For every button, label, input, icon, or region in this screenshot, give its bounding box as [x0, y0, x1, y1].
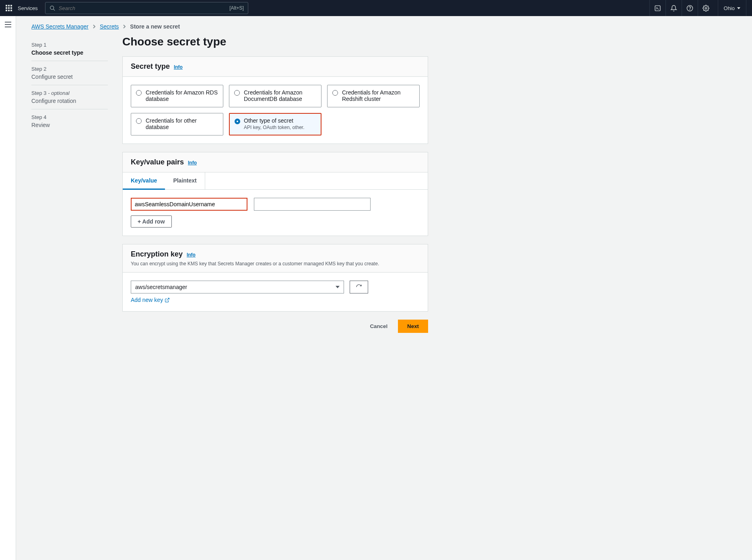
services-label[interactable]: Services [18, 5, 38, 11]
search-shortcut: [Alt+S] [229, 5, 244, 11]
radio-icon [332, 90, 338, 96]
step-number: Step 4 [31, 114, 108, 120]
tile-title: Credentials for Amazon Redshift cluster [342, 89, 414, 102]
tile-title: Credentials for other database [146, 117, 218, 130]
chevron-down-icon [737, 7, 740, 9]
search-icon [49, 5, 56, 11]
region-label: Ohio [724, 5, 735, 11]
tile-other-db[interactable]: Credentials for other database [131, 113, 223, 135]
search-input[interactable] [59, 5, 226, 11]
breadcrumb-current: Store a new secret [130, 23, 180, 30]
wizard-step-2[interactable]: Step 2 Configure secret [31, 61, 108, 85]
settings-icon[interactable] [698, 0, 714, 16]
encryption-key-value: aws/secretsmanager [135, 284, 187, 290]
encryption-panel: Encryption key Info You can encrypt usin… [122, 244, 428, 312]
breadcrumb: AWS Secrets Manager Secrets Store a new … [31, 23, 741, 30]
next-button[interactable]: Next [398, 320, 428, 333]
tile-redshift[interactable]: Credentials for Amazon Redshift cluster [327, 85, 420, 107]
step-name: Choose secret type [31, 49, 108, 56]
top-nav: Services [Alt+S] Ohio [0, 0, 752, 16]
kv-tabs: Key/value Plaintext [123, 172, 428, 190]
step-name: Configure secret [31, 74, 108, 80]
tile-rds[interactable]: Credentials for Amazon RDS database [131, 85, 223, 107]
radio-icon [136, 90, 142, 96]
hamburger-icon[interactable] [4, 22, 12, 27]
add-new-key-link[interactable]: Add new key [131, 297, 170, 303]
encryption-desc: You can encrypt using the KMS key that S… [131, 261, 420, 267]
tile-title: Credentials for Amazon RDS database [146, 89, 218, 102]
breadcrumb-root[interactable]: AWS Secrets Manager [31, 23, 89, 30]
external-link-icon [165, 297, 170, 303]
chevron-right-icon [123, 24, 126, 29]
info-link[interactable]: Info [188, 160, 197, 166]
kv-value-input[interactable] [254, 198, 371, 211]
wizard-step-3[interactable]: Step 3 - optional Configure rotation [31, 85, 108, 109]
chevron-down-icon [336, 286, 340, 288]
secret-type-tiles: Credentials for Amazon RDS database Cred… [131, 85, 420, 135]
kv-panel: Key/value pairs Info Key/value Plaintext… [122, 152, 428, 236]
notifications-icon[interactable] [665, 0, 682, 16]
wizard-footer: Cancel Next [122, 320, 428, 333]
tile-other-secret[interactable]: Other type of secret API key, OAuth toke… [229, 113, 321, 135]
cancel-button[interactable]: Cancel [364, 320, 393, 333]
services-menu-icon[interactable] [6, 5, 12, 11]
kv-heading: Key/value pairs [131, 158, 184, 166]
radio-icon [235, 119, 240, 124]
secret-type-panel: Secret type Info Credentials for Amazon … [122, 56, 428, 144]
add-row-button[interactable]: + Add row [131, 215, 172, 228]
info-link[interactable]: Info [187, 252, 196, 258]
encryption-key-select[interactable]: aws/secretsmanager [131, 281, 344, 293]
secret-type-heading: Secret type [131, 62, 170, 70]
svg-point-6 [705, 7, 707, 9]
svg-line-10 [167, 298, 169, 300]
refresh-button[interactable] [350, 281, 368, 293]
tab-plaintext[interactable]: Plaintext [165, 172, 205, 189]
radio-icon [136, 118, 142, 124]
step-number: Step 2 [31, 66, 108, 72]
encryption-heading: Encryption key [131, 250, 183, 258]
wizard-step-1[interactable]: Step 1 Choose secret type [31, 37, 108, 61]
cloudshell-icon[interactable] [649, 0, 665, 16]
wizard-sidebar: Step 1 Choose secret type Step 2 Configu… [31, 35, 108, 333]
tile-subtitle: API key, OAuth token, other. [244, 125, 316, 130]
region-selector[interactable]: Ohio [718, 0, 746, 16]
svg-line-1 [53, 9, 55, 10]
topnav-icons [649, 0, 714, 16]
kv-row [131, 198, 420, 211]
step-name: Review [31, 122, 108, 128]
refresh-icon [356, 284, 362, 290]
wizard-step-4[interactable]: Step 4 Review [31, 109, 108, 133]
side-rail [0, 16, 16, 560]
global-search[interactable]: [Alt+S] [45, 2, 248, 14]
tile-title: Credentials for Amazon DocumentDB databa… [244, 89, 316, 102]
help-icon[interactable] [682, 0, 698, 16]
svg-point-0 [50, 6, 54, 9]
breadcrumb-secrets[interactable]: Secrets [100, 23, 119, 30]
radio-icon [234, 90, 240, 96]
step-number: Step 3 - optional [31, 90, 108, 96]
chevron-right-icon [93, 24, 96, 29]
page-title: Choose secret type [122, 35, 428, 48]
step-number: Step 1 [31, 42, 108, 48]
tile-title: Other type of secret [244, 117, 316, 124]
info-link[interactable]: Info [174, 64, 183, 70]
step-name: Configure rotation [31, 98, 108, 104]
tile-documentdb[interactable]: Credentials for Amazon DocumentDB databa… [229, 85, 321, 107]
svg-point-5 [690, 10, 690, 10]
tab-key-value[interactable]: Key/value [123, 172, 165, 190]
kv-key-input[interactable] [131, 198, 247, 211]
